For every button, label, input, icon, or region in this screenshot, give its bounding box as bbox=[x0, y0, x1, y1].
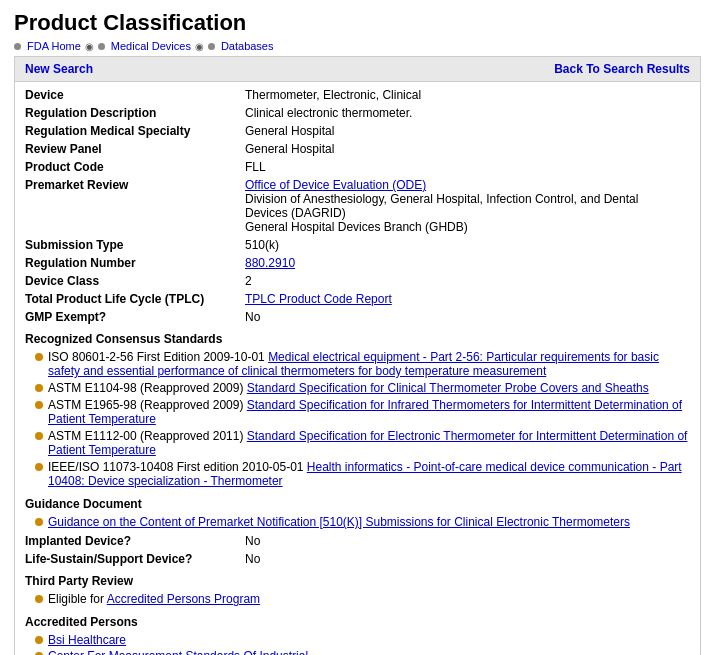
gmp-row: GMP Exempt? No bbox=[25, 308, 690, 326]
page-title: Product Classification bbox=[14, 10, 701, 36]
device-label: Device bbox=[25, 88, 245, 102]
page-header: Product Classification FDA Home ◉ Medica… bbox=[0, 0, 715, 56]
consensus-item-5: IEEE/ISO 11073-10408 First edition 2010-… bbox=[48, 460, 690, 488]
review-panel-row: Review Panel General Hospital bbox=[25, 140, 690, 158]
third-party-bullet-dot bbox=[35, 595, 43, 603]
reg-med-spec-row: Regulation Medical Specialty General Hos… bbox=[25, 122, 690, 140]
accredited-heading: Accredited Persons bbox=[25, 615, 138, 629]
reg-med-spec-label: Regulation Medical Specialty bbox=[25, 124, 245, 138]
back-to-results-button[interactable]: Back To Search Results bbox=[554, 62, 690, 76]
bullet-dot-1 bbox=[35, 353, 43, 361]
consensus-link-1[interactable]: Medical electrical equipment - Part 2-56… bbox=[48, 350, 659, 378]
list-item: ISO 80601-2-56 First Edition 2009-10-01 … bbox=[35, 350, 690, 378]
premarket-line4: General Hospital Devices Branch (GHDB) bbox=[245, 220, 468, 234]
reg-number-label: Regulation Number bbox=[25, 256, 245, 270]
premarket-value: Office of Device Evaluation (ODE) Divisi… bbox=[245, 178, 690, 234]
implanted-label: Implanted Device? bbox=[25, 534, 245, 548]
accredited-link-1[interactable]: Bsi Healthcare bbox=[48, 633, 126, 647]
breadcrumb-fda-home[interactable]: FDA Home bbox=[27, 40, 81, 52]
consensus-item-3: ASTM E1965-98 (Reapproved 2009) Standard… bbox=[48, 398, 690, 426]
product-code-label: Product Code bbox=[25, 160, 245, 174]
breadcrumb: FDA Home ◉ Medical Devices ◉ Databases bbox=[14, 40, 701, 52]
premarket-link-ode[interactable]: Office of Device Evaluation (ODE) bbox=[245, 178, 426, 192]
reg-number-link[interactable]: 880.2910 bbox=[245, 256, 295, 270]
detail-section: Device Thermometer, Electronic, Clinical… bbox=[15, 82, 700, 655]
submission-type-row: Submission Type 510(k) bbox=[25, 236, 690, 254]
review-panel-value: General Hospital bbox=[245, 142, 690, 156]
list-item: ASTM E1112-00 (Reapproved 2011) Standard… bbox=[35, 429, 690, 457]
consensus-link-3[interactable]: Standard Specification for Infrared Ther… bbox=[48, 398, 682, 426]
consensus-heading: Recognized Consensus Standards bbox=[25, 332, 222, 346]
product-code-row: Product Code FLL bbox=[25, 158, 690, 176]
breadcrumb-sep-1: ◉ bbox=[85, 41, 94, 52]
bullet-dot-2 bbox=[35, 384, 43, 392]
tplc-row: Total Product Life Cycle (TPLC) TPLC Pro… bbox=[25, 290, 690, 308]
reg-number-row: Regulation Number 880.2910 bbox=[25, 254, 690, 272]
consensus-item-4: ASTM E1112-00 (Reapproved 2011) Standard… bbox=[48, 429, 690, 457]
reg-number-value: 880.2910 bbox=[245, 256, 690, 270]
accredited-persons-link[interactable]: Accredited Persons Program bbox=[107, 592, 260, 606]
premarket-label: Premarket Review bbox=[25, 178, 245, 192]
list-item: ASTM E1965-98 (Reapproved 2009) Standard… bbox=[35, 398, 690, 426]
tplc-label: Total Product Life Cycle (TPLC) bbox=[25, 292, 245, 306]
reg-desc-row: Regulation Description Clinical electron… bbox=[25, 104, 690, 122]
guidance-list: Guidance on the Content of Premarket Not… bbox=[25, 515, 690, 529]
list-item: ASTM E1104-98 (Reapproved 2009) Standard… bbox=[35, 381, 690, 395]
third-party-heading-row: Third Party Review bbox=[25, 568, 690, 592]
list-item: Bsi Healthcare bbox=[35, 633, 690, 647]
consensus-item-1: ISO 80601-2-56 First Edition 2009-10-01 … bbox=[48, 350, 690, 378]
submission-type-value: 510(k) bbox=[245, 238, 690, 252]
guidance-heading-row: Guidance Document bbox=[25, 491, 690, 515]
consensus-link-4[interactable]: Standard Specification for Electronic Th… bbox=[48, 429, 687, 457]
device-class-row: Device Class 2 bbox=[25, 272, 690, 290]
reg-desc-value: Clinical electronic thermometer. bbox=[245, 106, 690, 120]
device-class-label: Device Class bbox=[25, 274, 245, 288]
life-sustain-row: Life-Sustain/Support Device? No bbox=[25, 550, 690, 568]
third-party-text: Eligible for Accredited Persons Program bbox=[48, 592, 260, 606]
device-row: Device Thermometer, Electronic, Clinical bbox=[25, 86, 690, 104]
premarket-row: Premarket Review Office of Device Evalua… bbox=[25, 176, 690, 236]
consensus-list: ISO 80601-2-56 First Edition 2009-10-01 … bbox=[25, 350, 690, 488]
list-item: IEEE/ISO 11073-10408 First edition 2010-… bbox=[35, 460, 690, 488]
bullet-dot-4 bbox=[35, 432, 43, 440]
accredited-link-2[interactable]: Center For Measurement Standards Of Indu… bbox=[48, 649, 308, 655]
consensus-item-2: ASTM E1104-98 (Reapproved 2009) Standard… bbox=[48, 381, 649, 395]
implanted-row: Implanted Device? No bbox=[25, 532, 690, 550]
guidance-link[interactable]: Guidance on the Content of Premarket Not… bbox=[48, 515, 630, 529]
product-code-value: FLL bbox=[245, 160, 690, 174]
premarket-line2: Division of Anesthesiology, General Hosp… bbox=[245, 192, 638, 206]
bullet-dot-5 bbox=[35, 463, 43, 471]
reg-desc-label: Regulation Description bbox=[25, 106, 245, 120]
third-party-list: Eligible for Accredited Persons Program bbox=[25, 592, 690, 606]
consensus-link-5[interactable]: Health informatics - Point-of-care medic… bbox=[48, 460, 682, 488]
consensus-heading-row: Recognized Consensus Standards bbox=[25, 326, 690, 350]
review-panel-label: Review Panel bbox=[25, 142, 245, 156]
life-sustain-label: Life-Sustain/Support Device? bbox=[25, 552, 245, 566]
content-wrapper: New Search Back To Search Results Device… bbox=[14, 56, 701, 655]
premarket-line3: Devices (DAGRID) bbox=[245, 206, 346, 220]
accredited-heading-row: Accredited Persons bbox=[25, 609, 690, 633]
gmp-label: GMP Exempt? bbox=[25, 310, 245, 324]
toolbar: New Search Back To Search Results bbox=[15, 57, 700, 82]
gmp-value: No bbox=[245, 310, 690, 324]
guidance-heading: Guidance Document bbox=[25, 497, 142, 511]
accredited-dot-1 bbox=[35, 636, 43, 644]
tplc-value: TPLC Product Code Report bbox=[245, 292, 690, 306]
accredited-list: Bsi Healthcare Center For Measurement St… bbox=[25, 633, 690, 655]
consensus-link-2[interactable]: Standard Specification for Clinical Ther… bbox=[247, 381, 649, 395]
guidance-item: Guidance on the Content of Premarket Not… bbox=[35, 515, 690, 529]
submission-type-label: Submission Type bbox=[25, 238, 245, 252]
device-value: Thermometer, Electronic, Clinical bbox=[245, 88, 690, 102]
breadcrumb-medical-devices[interactable]: Medical Devices bbox=[111, 40, 191, 52]
guidance-bullet-dot bbox=[35, 518, 43, 526]
life-sustain-value: No bbox=[245, 552, 690, 566]
reg-med-spec-value: General Hospital bbox=[245, 124, 690, 138]
new-search-button[interactable]: New Search bbox=[25, 62, 93, 76]
breadcrumb-dot-3 bbox=[208, 43, 215, 50]
breadcrumb-databases[interactable]: Databases bbox=[221, 40, 274, 52]
bullet-dot-3 bbox=[35, 401, 43, 409]
breadcrumb-dot-2 bbox=[98, 43, 105, 50]
implanted-value: No bbox=[245, 534, 690, 548]
breadcrumb-dot-1 bbox=[14, 43, 21, 50]
tplc-link[interactable]: TPLC Product Code Report bbox=[245, 292, 392, 306]
